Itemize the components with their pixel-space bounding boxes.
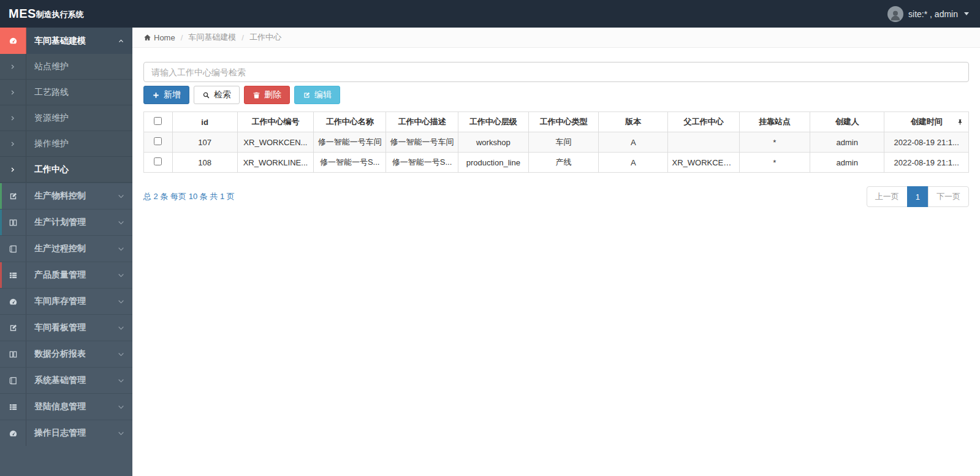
delete-button[interactable]: 删除 bbox=[244, 86, 290, 104]
cell-creator: admin bbox=[810, 132, 884, 153]
cell-created-time: 2022-08-19 21:1... bbox=[884, 132, 969, 153]
accent-strip bbox=[0, 210, 2, 235]
sidebar-item-label: 系统基础管理 bbox=[26, 368, 132, 393]
col-header-id: id bbox=[172, 112, 237, 132]
sidebar-item-label: 生产过程控制 bbox=[26, 236, 132, 262]
sidebar-item-label: 工作中心 bbox=[26, 157, 132, 182]
table-row: 107 XR_WORKCEN... 修一智能一号车间 修一智能一号车间 work… bbox=[144, 132, 969, 153]
col-header-station: 挂靠站点 bbox=[739, 112, 810, 132]
sidebar-item-label: 车间库存管理 bbox=[26, 289, 132, 314]
sidebar-item-process-route[interactable]: 工艺路线 bbox=[0, 80, 132, 105]
row-checkbox[interactable] bbox=[154, 137, 162, 145]
app-logo[interactable]: MES制造执行系统 bbox=[0, 0, 132, 28]
pagination-bar: 总 2 条 每页 10 条 共 1 页 上一页 1 下一页 bbox=[143, 186, 969, 207]
sidebar-item-label: 产品质量管理 bbox=[26, 262, 132, 288]
sidebar-section-workshop-modeling[interactable]: 车间基础建模 bbox=[0, 28, 132, 54]
next-page-button[interactable]: 下一页 bbox=[928, 186, 969, 207]
col-header-description: 工作中心描述 bbox=[386, 112, 458, 132]
table-row: 108 XR_WORKLINE... 修一智能一号S... 修一智能一号S...… bbox=[144, 153, 969, 173]
pagination-summary[interactable]: 总 2 条 每页 10 条 共 1 页 bbox=[143, 191, 235, 202]
user-menu[interactable]: site:* , admin bbox=[887, 6, 980, 22]
chevron-down-icon bbox=[118, 404, 124, 410]
sidebar-item-label: 操作维护 bbox=[26, 131, 132, 156]
accent-strip bbox=[0, 341, 2, 367]
dashboard-icon bbox=[0, 289, 26, 314]
chevron-down-icon bbox=[118, 272, 124, 279]
cell-name: 修一智能一号S... bbox=[314, 153, 386, 173]
sidebar-item-workshop-inventory-management[interactable]: 车间库存管理 bbox=[0, 288, 132, 314]
prev-page-button[interactable]: 上一页 bbox=[867, 186, 908, 207]
sidebar-item-label: 站点维护 bbox=[26, 54, 132, 79]
breadcrumb-home[interactable]: Home bbox=[143, 33, 175, 42]
table-header-row: id 工作中心编号 工作中心名称 工作中心描述 工作中心层级 工作中心类型 版本… bbox=[144, 112, 969, 132]
pin-icon[interactable] bbox=[957, 118, 963, 126]
search-button[interactable]: 检索 bbox=[194, 86, 240, 104]
work-center-table: id 工作中心编号 工作中心名称 工作中心描述 工作中心层级 工作中心类型 版本… bbox=[143, 111, 969, 173]
chevron-right-icon bbox=[0, 157, 26, 182]
chevron-down-icon bbox=[118, 246, 124, 252]
page-1-button[interactable]: 1 bbox=[907, 186, 929, 207]
edit-icon bbox=[0, 183, 26, 209]
sidebar-item-workshop-board-management[interactable]: 车间看板管理 bbox=[0, 314, 132, 341]
accent-strip bbox=[0, 315, 2, 341]
chevron-down-icon bbox=[118, 298, 124, 305]
work-center-page: 新增 检索 删除 编辑 bbox=[132, 48, 980, 207]
sidebar-item-resource-maintenance[interactable]: 资源维护 bbox=[0, 105, 132, 131]
chevron-right-icon bbox=[0, 80, 26, 105]
sidebar-item-label: 生产计划管理 bbox=[26, 210, 132, 235]
search-input[interactable] bbox=[143, 62, 969, 82]
dashboard-icon bbox=[0, 420, 26, 446]
sidebar-item-production-material-control[interactable]: 生产物料控制 bbox=[0, 183, 132, 209]
list-icon bbox=[0, 262, 26, 288]
edit-button[interactable]: 编辑 bbox=[294, 86, 340, 104]
sidebar-item-operation-maintenance[interactable]: 操作维护 bbox=[0, 131, 132, 157]
cell-version: A bbox=[599, 153, 668, 173]
sidebar-item-label: 操作日志管理 bbox=[26, 420, 132, 446]
book-icon bbox=[0, 368, 26, 393]
chevron-up-icon bbox=[118, 37, 124, 44]
breadcrumb: Home / 车间基础建模 / 工作中心 bbox=[132, 28, 980, 48]
accent-strip bbox=[0, 368, 2, 393]
sidebar-item-operation-log-management[interactable]: 操作日志管理 bbox=[0, 420, 132, 446]
sidebar-item-label: 数据分析报表 bbox=[26, 341, 132, 367]
select-all-checkbox[interactable] bbox=[154, 117, 162, 125]
cell-code: XR_WORKLINE... bbox=[237, 153, 313, 173]
plus-icon bbox=[152, 91, 160, 99]
accent-strip bbox=[0, 236, 2, 262]
cell-creator: admin bbox=[810, 153, 884, 173]
cell-type: 产线 bbox=[528, 153, 598, 173]
sidebar-item-production-plan-management[interactable]: 生产计划管理 bbox=[0, 209, 132, 235]
sidebar-item-label: 工艺路线 bbox=[26, 80, 132, 105]
sidebar-item-system-basic-management[interactable]: 系统基础管理 bbox=[0, 367, 132, 393]
chevron-right-icon bbox=[0, 54, 26, 79]
col-header-type: 工作中心类型 bbox=[528, 112, 598, 132]
sidebar-item-data-analysis-reports[interactable]: 数据分析报表 bbox=[0, 341, 132, 367]
user-avatar bbox=[887, 6, 903, 22]
row-checkbox[interactable] bbox=[154, 157, 162, 165]
accent-strip bbox=[0, 289, 2, 314]
columns-icon bbox=[0, 210, 26, 235]
dashboard-icon bbox=[0, 28, 26, 54]
cell-level: workshop bbox=[458, 132, 528, 153]
pager: 上一页 1 下一页 bbox=[867, 186, 969, 207]
add-button[interactable]: 新增 bbox=[143, 86, 189, 104]
sidebar: 车间基础建模 站点维护 工艺路线 资源维护 操作维护 工作中心 生产物料控制 生… bbox=[0, 28, 132, 476]
columns-icon bbox=[0, 341, 26, 367]
breadcrumb-separator: / bbox=[241, 33, 244, 42]
chevron-right-icon bbox=[0, 131, 26, 156]
row-select-cell bbox=[144, 132, 173, 153]
sidebar-item-login-info-management[interactable]: 登陆信息管理 bbox=[0, 393, 132, 420]
chevron-down-icon bbox=[118, 377, 124, 384]
sidebar-item-station-maintenance[interactable]: 站点维护 bbox=[0, 54, 132, 80]
chevron-down-icon bbox=[118, 351, 124, 358]
home-icon bbox=[143, 34, 151, 42]
sidebar-item-work-center[interactable]: 工作中心 bbox=[0, 157, 132, 183]
toolbar: 新增 检索 删除 编辑 bbox=[143, 86, 969, 104]
caret-down-icon bbox=[964, 12, 969, 15]
cell-station: * bbox=[739, 132, 810, 153]
sidebar-item-product-quality-management[interactable]: 产品质量管理 bbox=[0, 262, 132, 288]
col-header-level: 工作中心层级 bbox=[458, 112, 528, 132]
breadcrumb-level1[interactable]: 车间基础建模 bbox=[188, 32, 236, 43]
cell-id: 108 bbox=[172, 153, 237, 173]
sidebar-item-production-process-control[interactable]: 生产过程控制 bbox=[0, 235, 132, 262]
